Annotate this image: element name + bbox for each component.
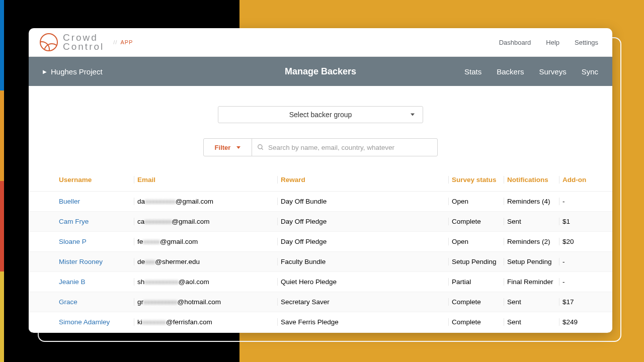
cell-reward: Quiet Hero Pledge xyxy=(277,278,448,286)
table-header: Username Email Reward Survey status Noti… xyxy=(29,168,612,192)
cell-reward: Day Off Pledge xyxy=(277,218,448,225)
table-row: Buellerdaxxxxxxxxx@gmail.comDay Off Bund… xyxy=(29,192,612,212)
cell-addon: $1 xyxy=(559,218,598,225)
cell-survey: Partial xyxy=(448,278,504,286)
nav-dashboard[interactable]: Dashboard xyxy=(499,39,531,46)
cell-email: caxxxxxxxx@gmail.com xyxy=(134,218,277,225)
cell-notif: Final Reminder xyxy=(504,278,559,286)
cell-addon: - xyxy=(559,278,598,286)
cell-notif: Reminders (2) xyxy=(504,238,559,245)
cell-reward: Save Ferris Pledge xyxy=(277,318,448,326)
app-window: Crowd Control //APP Dashboard Help Setti… xyxy=(29,28,612,333)
cell-username[interactable]: Cam Frye xyxy=(56,218,134,225)
nav-help[interactable]: Help xyxy=(546,39,559,46)
table-body: Buellerdaxxxxxxxxx@gmail.comDay Off Bund… xyxy=(29,192,612,332)
cell-addon: - xyxy=(559,258,598,265)
tab-stats[interactable]: Stats xyxy=(464,67,481,76)
cell-survey: Open xyxy=(448,198,504,205)
cell-email: daxxxxxxxxx@gmail.com xyxy=(134,198,277,205)
cell-notif: Sent xyxy=(504,318,559,326)
svg-line-1 xyxy=(262,148,263,150)
brand-sub: //APP xyxy=(113,39,133,45)
cell-username[interactable]: Simone Adamley xyxy=(56,318,134,326)
col-addon[interactable]: Add-on xyxy=(559,176,598,184)
cell-survey: Complete xyxy=(448,318,504,326)
tab-sync[interactable]: Sync xyxy=(582,67,598,76)
cell-survey: Open xyxy=(448,238,504,245)
cell-username[interactable]: Grace xyxy=(56,298,134,306)
cell-reward: Faculty Bundle xyxy=(277,258,448,265)
col-email[interactable]: Email xyxy=(134,176,277,184)
cell-username[interactable]: Mister Rooney xyxy=(56,258,134,265)
filter-button[interactable]: Filter xyxy=(204,139,252,156)
chevron-down-icon xyxy=(236,146,240,149)
cell-survey: Setup Pending xyxy=(448,258,504,265)
project-selector[interactable]: ▶ Hughes Project xyxy=(43,67,103,76)
table-row: Simone Adamleykixxxxxxx@ferrisfan.comSav… xyxy=(29,312,612,332)
cell-email: fexxxxx@gmail.com xyxy=(134,238,277,245)
cell-survey: Complete xyxy=(448,298,504,306)
brand-line2: Control xyxy=(63,42,104,51)
cell-notif: Setup Pending xyxy=(504,258,559,265)
cell-username[interactable]: Sloane P xyxy=(56,238,134,245)
table-row: Jeanie Bshxxxxxxxxxx@aol.comQuiet Hero P… xyxy=(29,272,612,292)
col-username[interactable]: Username xyxy=(56,176,134,184)
cell-email: shxxxxxxxxxx@aol.com xyxy=(134,278,277,286)
table-row: Cam Fryecaxxxxxxxx@gmail.comDay Off Pled… xyxy=(29,212,612,232)
cell-addon: $249 xyxy=(559,318,598,326)
cell-addon: $20 xyxy=(559,238,598,245)
cell-username[interactable]: Bueller xyxy=(56,198,134,205)
page-title: Manage Backers xyxy=(285,66,356,77)
cell-email: kixxxxxxx@ferrisfan.com xyxy=(134,318,277,326)
cell-username[interactable]: Jeanie B xyxy=(56,278,134,286)
brand: Crowd Control //APP xyxy=(40,33,133,51)
brand-text: Crowd Control xyxy=(63,33,104,51)
cell-survey: Complete xyxy=(448,218,504,225)
table-row: Gracegrxxxxxxxxxx@hotmail.comSecretary S… xyxy=(29,292,612,312)
table-row: Sloane Pfexxxxx@gmail.comDay Off PledgeO… xyxy=(29,232,612,252)
sub-nav: Stats Backers Surveys Sync xyxy=(464,67,598,76)
cell-email: grxxxxxxxxxx@hotmail.com xyxy=(134,298,277,306)
top-nav: Dashboard Help Settings xyxy=(499,39,598,46)
tab-surveys[interactable]: Surveys xyxy=(539,67,566,76)
svg-point-0 xyxy=(258,145,262,149)
color-strip xyxy=(0,0,4,362)
chevron-down-icon xyxy=(411,114,415,116)
cell-reward: Day Off Pledge xyxy=(277,238,448,245)
top-bar: Crowd Control //APP Dashboard Help Setti… xyxy=(29,28,612,57)
nav-settings[interactable]: Settings xyxy=(575,39,598,46)
sub-bar: ▶ Hughes Project Manage Backers Stats Ba… xyxy=(29,57,612,86)
filter-row: Filter xyxy=(203,138,438,156)
brand-logo-icon xyxy=(40,33,58,51)
col-notif[interactable]: Notifications xyxy=(504,176,559,184)
col-survey[interactable]: Survey status xyxy=(448,176,504,184)
cell-reward: Day Off Bundle xyxy=(277,198,448,205)
content: Select backer group Filter Username Emai… xyxy=(29,86,612,332)
brand-sep: // xyxy=(113,39,117,45)
tab-backers[interactable]: Backers xyxy=(497,67,524,76)
search-icon xyxy=(257,144,264,151)
search-input[interactable] xyxy=(268,144,432,151)
cell-addon: - xyxy=(559,198,598,205)
search-wrap xyxy=(252,139,437,156)
col-reward[interactable]: Reward xyxy=(277,176,448,184)
brand-app: APP xyxy=(120,39,133,45)
cell-email: dexxx@shermer.edu xyxy=(134,258,277,265)
cell-notif: Sent xyxy=(504,218,559,225)
cell-reward: Secretary Saver xyxy=(277,298,448,306)
chevron-right-icon: ▶ xyxy=(43,69,47,74)
table-row: Mister Rooneydexxx@shermer.eduFaculty Bu… xyxy=(29,252,612,272)
backers-table: Username Email Reward Survey status Noti… xyxy=(29,168,612,332)
filter-label: Filter xyxy=(215,144,231,151)
backer-group-select[interactable]: Select backer group xyxy=(218,106,423,123)
backer-group-label: Select backer group xyxy=(289,111,352,119)
cell-notif: Reminders (4) xyxy=(504,198,559,205)
project-name: Hughes Project xyxy=(51,67,103,76)
cell-addon: $17 xyxy=(559,298,598,306)
cell-notif: Sent xyxy=(504,298,559,306)
